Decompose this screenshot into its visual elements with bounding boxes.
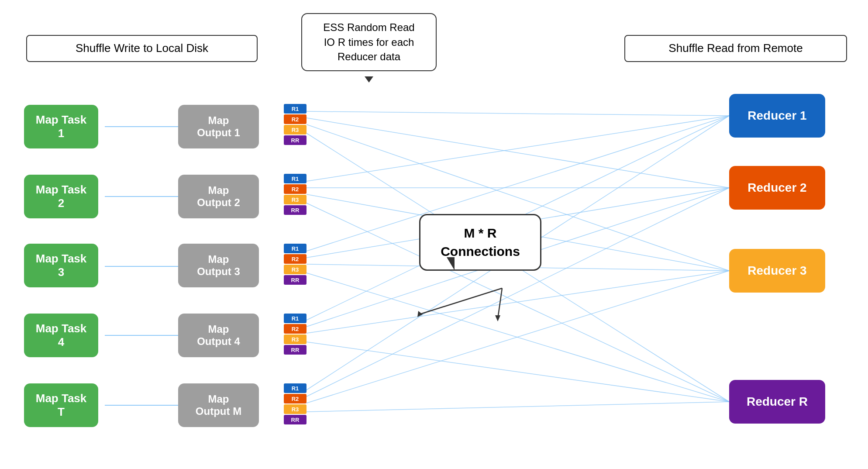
p3-rr: RR: [284, 275, 307, 285]
connections-callout: M * RConnections: [419, 214, 541, 271]
partition-group-3: R1 R2 R3 RR: [284, 244, 307, 285]
p4-rr: RR: [284, 345, 307, 355]
p4-r3: R3: [284, 335, 307, 344]
partition-group-4: R1 R2 R3 RR: [284, 314, 307, 355]
pM-rr: RR: [284, 415, 307, 424]
svg-line-21: [307, 273, 729, 402]
p2-r3: R3: [284, 195, 307, 204]
p3-r3: R3: [284, 265, 307, 274]
map-task-1: Map Task1: [24, 105, 98, 148]
svg-line-10: [307, 111, 729, 116]
svg-line-11: [307, 118, 729, 188]
p1-rr: RR: [284, 135, 307, 145]
p2-rr: RR: [284, 205, 307, 215]
reducer-1: Reducer 1: [729, 94, 825, 138]
reducer-2: Reducer 2: [729, 166, 825, 210]
map-task-2: Map Task2: [24, 175, 98, 218]
p3-r2: R2: [284, 254, 307, 264]
svg-line-24: [307, 271, 729, 333]
map-output-4: MapOutput 4: [178, 314, 259, 357]
reducer-R: Reducer R: [729, 380, 825, 424]
diagram: Shuffle Write to Local Disk Shuffle Read…: [0, 0, 868, 469]
svg-line-32: [498, 288, 502, 319]
svg-marker-33: [495, 315, 500, 321]
svg-line-14: [307, 116, 729, 181]
map-task-T: Map TaskT: [24, 383, 98, 427]
partition-group-2: R1 R2 R3 RR: [284, 174, 307, 215]
map-output-M: MapOutput M: [178, 383, 259, 427]
map-output-2: MapOutput 2: [178, 175, 259, 218]
svg-line-30: [419, 288, 502, 314]
p4-r1: R1: [284, 314, 307, 323]
partition-group-M: R1 R2 R3 RR: [284, 383, 307, 424]
pM-r3: R3: [284, 404, 307, 414]
shuffle-read-label: Shuffle Read from Remote: [624, 35, 847, 62]
p1-r1: R1: [284, 104, 307, 114]
map-output-1: MapOutput 1: [178, 105, 259, 148]
svg-line-28: [307, 271, 729, 403]
svg-line-29: [307, 402, 729, 412]
p1-r3: R3: [284, 125, 307, 134]
p2-r1: R1: [284, 174, 307, 183]
map-task-3: Map Task3: [24, 244, 98, 287]
pM-r1: R1: [284, 383, 307, 393]
shuffle-write-label: Shuffle Write to Local Disk: [26, 35, 258, 62]
ess-bubble: ESS Random ReadIO R times for eachReduce…: [301, 13, 437, 71]
pM-r2: R2: [284, 394, 307, 403]
map-task-4: Map Task4: [24, 314, 98, 357]
svg-line-25: [307, 342, 729, 402]
svg-marker-31: [417, 311, 423, 317]
p4-r2: R2: [284, 324, 307, 334]
p2-r2: R2: [284, 184, 307, 194]
map-output-3: MapOutput 3: [178, 244, 259, 287]
p3-r1: R1: [284, 244, 307, 253]
p1-r2: R2: [284, 114, 307, 124]
partition-group-1: R1 R2 R3 RR: [284, 104, 307, 145]
reducer-3: Reducer 3: [729, 249, 825, 293]
